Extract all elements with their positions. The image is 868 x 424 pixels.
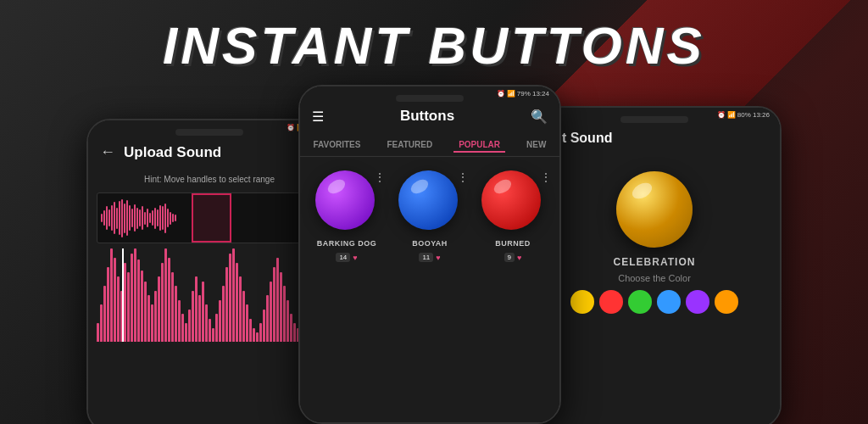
eqbar	[280, 272, 282, 343]
waveform-selector[interactable]	[192, 193, 232, 243]
wbar	[129, 205, 131, 231]
eqbar	[283, 286, 286, 342]
screen-center: ⏰ 📶 79% 13:24 ☰ Buttons 🔍 FAVORITES FEAT…	[300, 86, 559, 422]
gold-ball-container: CELEBRATION Choose the Color	[529, 154, 780, 322]
heart-icon-1: ♥	[353, 254, 357, 262]
eqbar	[259, 323, 262, 342]
tab-featured[interactable]: FEATURED	[381, 138, 437, 153]
eqbar	[168, 258, 170, 342]
upload-title: Upload Sound	[124, 144, 221, 161]
sound-btn-wrap-3: ⋮	[481, 170, 545, 234]
likes-count-3: 9	[504, 253, 515, 262]
eqbar	[205, 304, 208, 342]
eqbar	[134, 248, 136, 342]
phone-right: ⏰ 📶 80% 13:26 Edit Sound CELEBRATION Cho…	[527, 106, 782, 424]
waveform-container[interactable]	[97, 192, 322, 243]
gold-ball-celebration[interactable]	[616, 171, 693, 248]
eqbar	[151, 304, 153, 342]
eqbar	[178, 300, 181, 343]
wbar	[167, 209, 169, 228]
sound-likes-3: 9 ♥	[504, 253, 522, 262]
wbar	[164, 204, 166, 233]
sound-ball-barking-dog[interactable]	[315, 170, 375, 230]
edit-header: Edit Sound	[529, 122, 780, 154]
eqbar	[276, 258, 279, 342]
swatch-orange[interactable]	[715, 290, 738, 314]
clock-icon: ⏰	[287, 124, 295, 131]
eqbar	[287, 300, 289, 343]
ball-shine	[325, 176, 347, 196]
eqbar	[175, 286, 177, 342]
app-title: INSTANT BUTTONS	[0, 15, 868, 75]
menu-icon[interactable]: ☰	[312, 109, 324, 125]
speaker-grille-left	[175, 129, 243, 136]
sound-ball-burned[interactable]	[481, 170, 541, 230]
wbar	[172, 214, 174, 222]
ball-shine-3	[491, 176, 513, 196]
upload-header: ← Upload Sound	[88, 135, 331, 170]
eqbar	[266, 295, 269, 342]
tab-favorites[interactable]: FAVORITES	[309, 138, 366, 153]
eqbar	[232, 248, 235, 342]
search-icon[interactable]: 🔍	[531, 109, 548, 125]
eqbar	[256, 332, 259, 342]
eqbar	[117, 276, 120, 342]
speaker-grille-center	[396, 95, 464, 102]
more-dots-3[interactable]: ⋮	[540, 170, 552, 184]
more-dots-2[interactable]: ⋮	[457, 170, 469, 184]
eqbar	[188, 310, 191, 343]
eqbar	[242, 291, 245, 343]
tab-new[interactable]: NEW	[521, 138, 551, 153]
eqbar	[209, 319, 211, 343]
hint-text: Hint: Move handles to select range	[88, 170, 331, 189]
likes-count-1: 14	[336, 253, 350, 262]
eqbar	[273, 267, 275, 342]
eqbar	[270, 282, 272, 343]
wifi-icon-c: 📶	[507, 90, 515, 98]
back-button[interactable]: ←	[100, 143, 115, 161]
eqbar	[114, 258, 116, 342]
sound-name-1: BARKING DOG	[317, 239, 377, 248]
screen-left: ⏰ 📶 79% ← Upload Sound Hint: Move handle…	[88, 120, 331, 424]
gold-shine	[630, 180, 655, 202]
wbar	[136, 208, 138, 229]
eqbar	[144, 282, 147, 343]
eqbar	[263, 310, 265, 343]
wbar	[121, 199, 123, 237]
wbar	[114, 202, 115, 234]
eqbar	[212, 328, 214, 343]
swatch-blue[interactable]	[657, 290, 681, 314]
tab-popular[interactable]: POPULAR	[453, 138, 505, 153]
wbar	[126, 200, 128, 237]
eqbar	[202, 282, 204, 343]
eqbar	[127, 272, 130, 343]
eqbar	[161, 263, 164, 343]
eqbar	[185, 323, 187, 342]
sound-name-2: BOOYAH	[412, 239, 448, 248]
tabs-row: FAVORITES FEATURED POPULAR NEW	[300, 131, 559, 157]
swatch-green[interactable]	[628, 290, 652, 314]
eqbar	[249, 319, 252, 343]
swatch-red[interactable]	[599, 290, 623, 314]
eqbar	[253, 328, 255, 343]
eqbar	[239, 276, 242, 342]
choose-color-label: Choose the Color	[618, 273, 691, 283]
sound-item-3: ⋮ BURNED 9 ♥	[477, 170, 549, 262]
battery-right: 80% 13:26	[737, 111, 770, 119]
eqbar	[293, 323, 296, 342]
celebration-label: CELEBRATION	[614, 256, 696, 268]
wbar	[170, 212, 171, 225]
wbar	[134, 204, 136, 232]
eqbar	[195, 276, 198, 342]
wbar	[101, 214, 103, 222]
wbar	[103, 210, 105, 226]
swatch-purple[interactable]	[686, 290, 709, 314]
swatch-gold[interactable]	[570, 290, 594, 314]
sound-ball-booyah[interactable]	[398, 170, 458, 230]
wifi-icon-r: 📶	[727, 111, 736, 119]
eqbar	[225, 267, 228, 342]
center-header: ☰ Buttons 🔍	[300, 101, 559, 131]
ball-shine-2	[408, 176, 430, 196]
more-dots-1[interactable]: ⋮	[374, 170, 386, 184]
eqbar	[137, 259, 140, 342]
